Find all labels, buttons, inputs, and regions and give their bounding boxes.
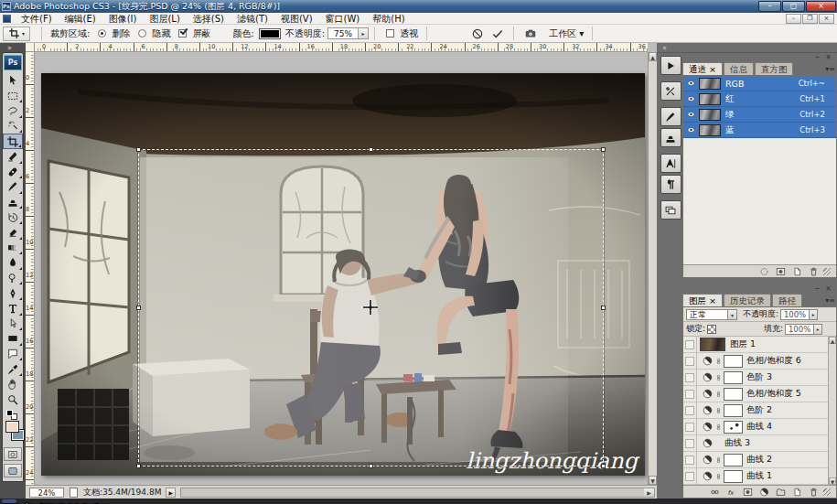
menu-item-5[interactable]: 选择(S) — [187, 13, 231, 25]
layer-visibility-toggle[interactable] — [683, 337, 697, 353]
menu-item-9[interactable]: 帮助(H) — [366, 13, 411, 25]
adjustment-layer-icon[interactable] — [702, 470, 714, 482]
path-select-tool[interactable] — [3, 316, 23, 332]
layer-visibility-toggle[interactable] — [683, 353, 697, 370]
eyedropper-tool[interactable] — [3, 361, 23, 377]
layer-opacity-field[interactable]: 100% — [780, 309, 810, 320]
toolbox-collapse-button[interactable]: » — [7, 44, 12, 52]
type-tool[interactable] — [3, 301, 23, 316]
perspective-checkbox[interactable] — [386, 29, 394, 38]
lock-all-icon[interactable] — [745, 324, 756, 335]
layer-mask-thumbnail[interactable] — [724, 421, 743, 434]
scroll-right-arrow[interactable]: ▶ — [644, 488, 654, 497]
panel-resize-grip[interactable] — [823, 488, 831, 496]
history-brush-tool[interactable] — [3, 209, 23, 225]
dodge-tool[interactable] — [3, 271, 23, 286]
default-colors-icon[interactable] — [6, 410, 19, 421]
clone-source-panel-button[interactable] — [660, 128, 681, 147]
layer-name[interactable]: 色阶 2 — [746, 404, 772, 416]
layers-tab-3[interactable]: 路径 — [772, 294, 802, 306]
layer-mask-thumbnail[interactable] — [724, 371, 743, 384]
menu-item-4[interactable]: 图层(L) — [143, 13, 186, 25]
quick-mask-button[interactable] — [4, 447, 22, 461]
menu-item-1[interactable]: 文件(F) — [15, 13, 59, 25]
canvas-area[interactable]: lingzhongqiang — [35, 52, 648, 485]
layer-visibility-toggle[interactable] — [683, 419, 697, 435]
foreground-color-swatch[interactable] — [5, 421, 19, 433]
shield-color-swatch[interactable] — [259, 28, 281, 39]
marquee-tool[interactable] — [3, 89, 23, 104]
adjustment-layer-icon[interactable] — [702, 437, 714, 449]
shape-tool[interactable] — [3, 331, 23, 347]
crop-marquee[interactable] — [138, 149, 604, 466]
channels-group-controls[interactable]: ‒ × — [682, 53, 837, 61]
move-tool[interactable] — [3, 73, 23, 89]
adjustment-layer-icon[interactable] — [702, 371, 714, 383]
commit-crop-button[interactable] — [491, 27, 504, 40]
layer-comps-panel-button[interactable] — [660, 200, 681, 220]
fill-spinner[interactable]: ▸ — [814, 324, 822, 335]
vertical-scrollbar[interactable]: ▲ ▼ — [648, 52, 657, 485]
adjustment-layer-icon[interactable] — [702, 388, 714, 400]
layer-visibility-toggle[interactable] — [683, 402, 697, 419]
layers-scroll-up[interactable]: ▲ — [829, 337, 836, 344]
healing-brush-tool[interactable] — [3, 165, 23, 180]
layer-style-button[interactable]: fx — [725, 487, 737, 498]
layer-mask-thumbnail[interactable] — [724, 470, 743, 483]
layer-row-3[interactable]: 色阶 3 — [683, 370, 836, 386]
delete-channel-button[interactable] — [808, 266, 820, 277]
layer-mask-thumbnail[interactable] — [724, 355, 743, 368]
link-layers-button[interactable] — [709, 487, 721, 498]
horizontal-scrollbar[interactable]: ▶ — [180, 488, 655, 498]
crop-tool[interactable] — [3, 134, 23, 149]
layer-visibility-toggle[interactable] — [683, 468, 697, 485]
channel-visibility-eye-icon[interactable] — [683, 79, 699, 88]
layers-scrollbar[interactable]: ▲ ▼ — [828, 337, 836, 485]
layer-visibility-toggle[interactable] — [683, 452, 697, 468]
adjustment-layer-icon[interactable] — [702, 404, 714, 416]
workspace-button[interactable]: 工作区 ▾ — [549, 27, 584, 40]
layer-name[interactable]: 曲线 2 — [746, 454, 772, 466]
channel-visibility-eye-icon[interactable] — [683, 125, 699, 134]
opacity-field[interactable]: 75% — [327, 27, 359, 39]
add-layer-mask-button[interactable] — [742, 487, 754, 498]
crop-handle-sw[interactable] — [136, 464, 141, 468]
actions-panel-button[interactable] — [660, 56, 681, 75]
channel-visibility-eye-icon[interactable] — [683, 110, 699, 119]
screen-mode-button[interactable] — [4, 464, 22, 477]
menu-item-8[interactable]: 窗口(W) — [319, 13, 367, 25]
layer-name[interactable]: 图层 1 — [730, 338, 756, 350]
channel-row-绿[interactable]: 绿Ctrl+2 — [683, 107, 836, 123]
layer-row-2[interactable]: 色相/饱和度 6 — [683, 353, 836, 370]
channel-row-RGB[interactable]: RGBCtrl+~ — [683, 76, 836, 91]
tool-presets-panel-button[interactable] — [660, 81, 681, 101]
menu-item-2[interactable]: 编辑(E) — [59, 13, 102, 25]
lasso-tool[interactable] — [3, 103, 23, 119]
layer-name[interactable]: 色相/饱和度 5 — [746, 388, 801, 400]
adjustment-layer-icon[interactable] — [702, 454, 714, 466]
fill-field[interactable]: 100% — [785, 324, 814, 335]
load-channel-as-selection-button[interactable] — [758, 266, 770, 277]
layer-name[interactable]: 曲线 3 — [724, 437, 750, 449]
crop-handle-s[interactable] — [369, 464, 373, 468]
lock-pixels-icon[interactable] — [719, 324, 730, 335]
layers-group-controls[interactable]: ‒ × — [682, 284, 837, 293]
hand-tool[interactable] — [3, 377, 23, 392]
delete-radio[interactable] — [98, 29, 106, 38]
channels-tab-1[interactable]: 通道 × — [682, 62, 723, 75]
menu-item-6[interactable]: 滤镜(T) — [231, 13, 274, 25]
layer-name[interactable]: 色阶 3 — [746, 371, 772, 383]
layer-row-8[interactable]: 曲线 2 — [683, 452, 836, 468]
layers-scroll-down[interactable]: ▼ — [829, 477, 836, 485]
doc-minimize-button[interactable]: – — [786, 14, 801, 24]
layer-visibility-toggle[interactable] — [683, 435, 697, 452]
scroll-down-arrow[interactable]: ▼ — [649, 476, 657, 485]
new-layer-button[interactable] — [791, 487, 803, 498]
doc-restore-button[interactable]: ❐ — [802, 14, 818, 24]
dock-collapse-button[interactable]: « — [657, 43, 837, 53]
crop-handle-nw[interactable] — [136, 147, 141, 152]
layer-visibility-toggle[interactable] — [683, 386, 697, 402]
channel-row-红[interactable]: 红Ctrl+1 — [683, 91, 836, 107]
crop-handle-se[interactable] — [601, 464, 606, 468]
delete-layer-button[interactable] — [808, 487, 820, 498]
